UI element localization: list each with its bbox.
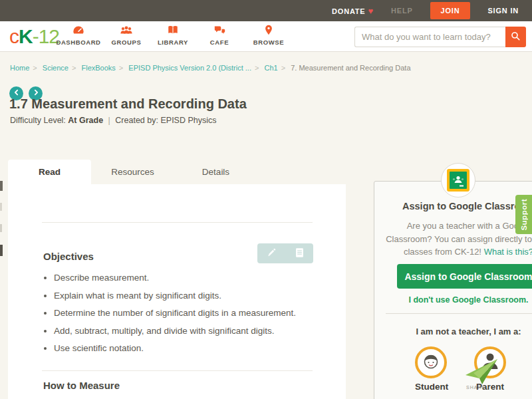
search-button[interactable] (505, 27, 526, 47)
not-teacher-label: I am not a teacher, I am a: (374, 327, 532, 336)
share-strip-fragment (0, 203, 2, 211)
edit-section-button[interactable] (257, 243, 285, 263)
breadcrumb-chapter[interactable]: Ch1 (264, 64, 277, 72)
page-title: 1.7 Measurement and Recording Data (9, 96, 247, 112)
student-face-icon (421, 351, 441, 374)
join-button[interactable]: JOIN (430, 2, 471, 19)
ck12-logo[interactable]: cK-12 (9, 25, 59, 48)
help-link[interactable]: HELP (391, 7, 413, 15)
breadcrumb-flexbooks[interactable]: FlexBooks (81, 64, 115, 72)
tab-details[interactable]: Details (174, 160, 257, 184)
share-strip-fragment (0, 181, 3, 191)
notes-icon-button[interactable] (285, 243, 313, 263)
document-icon (295, 247, 305, 260)
section-divider (42, 222, 313, 223)
created-by-value: EPISD Physics (160, 116, 216, 125)
breadcrumb-book[interactable]: EPISD Physics Version 2.0 (District ... (128, 64, 251, 72)
pencil-icon (267, 247, 277, 259)
support-tab[interactable]: Support (515, 195, 532, 234)
section-divider (42, 370, 313, 371)
what-is-this-link[interactable]: What is this? (484, 247, 532, 257)
objectives-heading: Objectives (43, 251, 94, 262)
google-classroom-logo-circle (441, 163, 475, 198)
tab-resources[interactable]: Resources (91, 160, 174, 184)
nav-item-groups[interactable]: GROUPS (101, 25, 152, 46)
breadcrumb-home[interactable]: Home (10, 64, 29, 72)
how-to-measure-heading: How to Measure (43, 380, 120, 391)
search-icon (511, 31, 521, 43)
content-tabs: Read Resources Details (8, 160, 257, 184)
dashboard-gauge-icon (72, 26, 84, 37)
student-role-button[interactable] (415, 346, 447, 378)
library-book-icon (167, 26, 179, 37)
nav-item-library[interactable]: LIBRARY (148, 25, 198, 46)
objective-item: Add, subtract, multiply, and divide with… (54, 326, 321, 336)
assign-to-google-classroom-button[interactable]: Assign to Google Classroom (397, 264, 532, 289)
assign-classroom-description: Are you a teacher with a Google Classroo… (374, 219, 532, 259)
share-strip-fragment (0, 245, 3, 256)
objective-item: Determine the number of significant digi… (54, 308, 321, 318)
donate-link[interactable]: DONATE♥ (332, 6, 374, 16)
sidebar-divider (386, 313, 532, 314)
paper-plane-cursor-icon (464, 358, 499, 388)
breadcrumb: Home> Science> FlexBooks> EPISD Physics … (10, 64, 411, 72)
tab-read[interactable]: Read (8, 160, 91, 184)
groups-people-icon (120, 26, 133, 37)
page-meta: Difficulty Level: At Grade | Created by:… (10, 116, 217, 125)
objective-item: Use scientific notation. (54, 343, 321, 353)
share-strip-fragment (0, 224, 2, 232)
top-utility-bar: DONATE♥ HELP JOIN SIGN IN (0, 0, 532, 21)
objective-item: Explain what is meant by significant dig… (54, 291, 321, 301)
objective-item: Describe measurement. (54, 273, 321, 283)
search-bar (354, 27, 526, 47)
google-classroom-icon (447, 169, 469, 192)
sign-in-link[interactable]: SIGN IN (487, 7, 519, 15)
student-label: Student (415, 382, 447, 392)
google-classroom-panel (374, 181, 532, 399)
objectives-list: Describe measurement. Explain what is me… (42, 273, 321, 361)
nav-item-browse[interactable]: BROWSE (243, 25, 294, 46)
section-tools (257, 243, 313, 263)
no-google-classroom-link[interactable]: I don't use Google Classroom. (374, 295, 532, 305)
cafe-chat-icon (213, 26, 226, 37)
browse-pin-icon (264, 26, 273, 37)
search-input[interactable] (354, 27, 505, 47)
breadcrumb-science[interactable]: Science (43, 64, 68, 72)
difficulty-value: At Grade (68, 116, 103, 125)
nav-item-dashboard[interactable]: DASHBOARD (53, 25, 104, 46)
heart-icon: ♥ (368, 6, 374, 16)
assign-classroom-heading: Assign to Google Classroom (374, 201, 532, 211)
breadcrumb-current: 7. Measurement and Recording Data (291, 64, 410, 72)
nav-item-cafe[interactable]: CAFE (194, 25, 245, 46)
